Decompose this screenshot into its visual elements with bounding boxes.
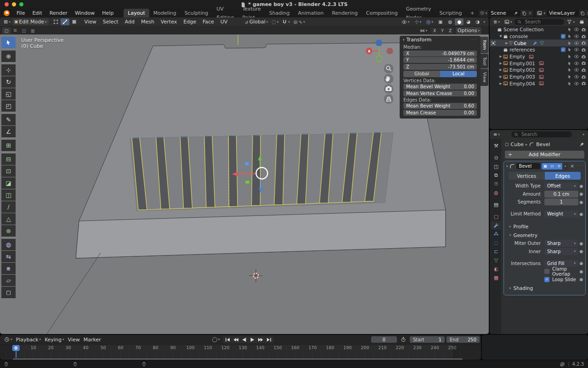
timeline-menu-playback[interactable]: Playback▾ bbox=[14, 336, 43, 343]
selectable-toggle-icon[interactable] bbox=[567, 34, 572, 39]
frame-start-field[interactable]: Start1 bbox=[410, 336, 445, 343]
current-frame-field[interactable]: 0 bbox=[371, 336, 397, 343]
outliner-search[interactable] bbox=[514, 19, 564, 25]
tool-loop-cut[interactable]: ◫ bbox=[1, 189, 16, 201]
pin-icon[interactable] bbox=[514, 11, 518, 16]
menu-window[interactable]: Window bbox=[71, 9, 98, 17]
outliner-row-console[interactable]: ▼console✓ bbox=[490, 33, 588, 40]
tool-rotate[interactable]: ↻ bbox=[1, 76, 16, 88]
expander-icon[interactable]: ▶ bbox=[498, 75, 503, 79]
select-extend-button[interactable]: ⧉ bbox=[11, 28, 19, 34]
selectable-toggle-icon[interactable] bbox=[567, 61, 572, 66]
vertices-mean-bevel-weight-field[interactable]: Mean Bevel Weight0.00 bbox=[403, 84, 477, 90]
modifier-extras-dropdown[interactable]: ▾ bbox=[562, 163, 568, 170]
outliner-search-input[interactable] bbox=[524, 19, 561, 25]
render-display-toggle[interactable]: ⊙ bbox=[555, 163, 562, 170]
options-dropdown[interactable]: Options▾ bbox=[456, 27, 481, 34]
timeline-menu-marker[interactable]: Marker bbox=[82, 336, 103, 343]
outliner-row-references[interactable]: references✓ bbox=[490, 46, 588, 53]
menu-help[interactable]: Help bbox=[98, 9, 117, 17]
properties-tab-view-layer[interactable]: ⧉ bbox=[491, 171, 501, 180]
edge-select-button[interactable] bbox=[61, 18, 69, 25]
breadcrumb-modifier[interactable]: Bevel bbox=[536, 142, 550, 147]
hide-viewport-toggle-icon[interactable] bbox=[574, 34, 579, 39]
tool-transform[interactable]: ◰ bbox=[1, 100, 16, 112]
outliner-row-empty-004[interactable]: ▶Empty.004 bbox=[490, 80, 588, 87]
animate-property-dot[interactable]: ● bbox=[578, 241, 584, 246]
snapping-toggle[interactable]: ▾ bbox=[280, 18, 292, 25]
scene-selector[interactable]: ☉ ▾ Scene × bbox=[479, 10, 534, 17]
tool-measure[interactable]: ∠ bbox=[1, 126, 16, 137]
blender-logo-icon[interactable] bbox=[4, 10, 10, 16]
expander-icon[interactable]: ▼ bbox=[498, 34, 503, 38]
properties-tab-tool[interactable]: ⚒ bbox=[491, 142, 501, 150]
section-geometry[interactable]: ▾Geometry bbox=[509, 232, 585, 239]
menu-edit[interactable]: Edit bbox=[28, 9, 45, 17]
wireframe-shading-button[interactable]: ◍ bbox=[446, 18, 454, 25]
add-workspace-button[interactable]: + bbox=[466, 10, 478, 16]
local-button[interactable]: Local bbox=[440, 71, 477, 77]
auto-keying-toggle[interactable]: ▾ bbox=[210, 336, 222, 343]
viewport-menu-edge[interactable]: Edge bbox=[180, 17, 199, 26]
vertices-mean-vertex-crease-field[interactable]: Mean Vertex Crease0.00 bbox=[403, 91, 477, 96]
prev-keyframe-button[interactable] bbox=[232, 337, 239, 343]
median-z-field[interactable]: Z-73.501 cm bbox=[403, 64, 477, 70]
clamp-overlap-checkbox[interactable] bbox=[544, 269, 549, 274]
miter-outer-dropdown[interactable]: Sharp▾ bbox=[544, 240, 578, 247]
hide-viewport-toggle-icon[interactable] bbox=[574, 67, 579, 73]
tool-move[interactable]: ⊹ bbox=[1, 64, 16, 76]
select-intersect-button[interactable]: ▥ bbox=[28, 28, 37, 34]
viewport-menu-select[interactable]: Select bbox=[100, 17, 122, 26]
amount-field[interactable]: 0.1 cm bbox=[544, 191, 578, 198]
global-button[interactable]: Global bbox=[403, 71, 440, 77]
properties-tab-texture[interactable]: ▦ bbox=[491, 273, 501, 282]
use-preview-range-toggle[interactable] bbox=[399, 336, 408, 343]
disable-render-toggle-icon[interactable] bbox=[581, 81, 586, 86]
properties-tab-output[interactable]: ◫ bbox=[491, 162, 501, 171]
properties-tab-scene[interactable]: ☉ bbox=[491, 180, 501, 188]
maximize-window-button[interactable] bbox=[19, 2, 23, 6]
viewport-menu-view[interactable]: View bbox=[81, 17, 100, 26]
hide-viewport-toggle-icon[interactable] bbox=[574, 54, 579, 59]
edges-mean-bevel-weight-field[interactable]: Mean Bevel Weight0.60 bbox=[403, 103, 477, 109]
hide-viewport-toggle-icon[interactable] bbox=[574, 74, 579, 79]
properties-tab-world[interactable]: ◍ bbox=[491, 188, 501, 197]
duplicate-viewlayer-icon[interactable] bbox=[580, 11, 585, 16]
zoom-button[interactable] bbox=[384, 64, 394, 74]
animate-property-dot[interactable]: ● bbox=[578, 277, 584, 282]
timeline-menu-keying[interactable]: Keying▾ bbox=[43, 336, 66, 343]
timeline-menu-view[interactable]: View bbox=[66, 336, 82, 343]
disable-render-toggle-icon[interactable] bbox=[581, 40, 586, 45]
selectable-toggle-icon[interactable] bbox=[567, 81, 572, 86]
delete-modifier-button[interactable]: × bbox=[569, 164, 575, 169]
modifier-grip[interactable]: ···· bbox=[577, 164, 583, 168]
collapse-icon[interactable]: ▾ bbox=[506, 164, 508, 168]
sidebar-tab-item[interactable]: Item bbox=[481, 37, 488, 53]
hide-viewport-toggle-icon[interactable] bbox=[574, 47, 579, 52]
add-modifier-button[interactable]: + Add Modifier bbox=[505, 151, 584, 159]
properties-search-input[interactable] bbox=[520, 131, 569, 137]
solid-shading-button[interactable]: ● bbox=[455, 18, 464, 25]
disable-render-toggle-icon[interactable] bbox=[581, 54, 586, 59]
remove-viewlayer-icon[interactable]: × bbox=[586, 10, 588, 16]
proportional-edit-toggle[interactable]: ◎∿▾ bbox=[292, 18, 307, 25]
properties-tab-object[interactable]: ▢ bbox=[491, 212, 501, 221]
hide-viewport-toggle-icon[interactable] bbox=[574, 81, 579, 86]
exclude-checkbox[interactable]: ✓ bbox=[561, 34, 565, 39]
scene-name[interactable]: Scene bbox=[491, 10, 506, 16]
tool-scale[interactable]: ◱ bbox=[1, 88, 16, 100]
tool-add-cube[interactable]: ⊞ bbox=[1, 140, 16, 151]
pivot-point-dropdown[interactable]: ◌▾ bbox=[270, 18, 280, 25]
close-window-button[interactable] bbox=[5, 2, 9, 6]
intersections-dropdown[interactable]: Grid Fill▾ bbox=[544, 260, 578, 267]
hide-viewport-toggle-icon[interactable] bbox=[574, 27, 579, 32]
object-visibility-dropdown[interactable]: ▾ bbox=[400, 18, 412, 25]
editor-type-button[interactable]: ▾ bbox=[2, 336, 14, 343]
median-x-field[interactable]: X-0.049079 cm bbox=[403, 51, 477, 57]
selectable-toggle-icon[interactable] bbox=[567, 74, 572, 79]
tab-rendering[interactable]: Rendering bbox=[328, 9, 362, 17]
jump-end-button[interactable] bbox=[266, 337, 272, 343]
tool-knife[interactable]: ∕ bbox=[1, 201, 16, 213]
section-profile[interactable]: ▸Profile bbox=[509, 223, 585, 230]
menu-render[interactable]: Render bbox=[46, 9, 71, 17]
